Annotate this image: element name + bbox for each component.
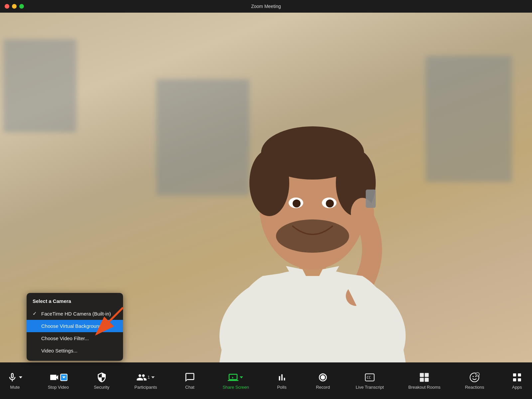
check-icon: ✓ — [33, 311, 39, 317]
polls-icon — [277, 372, 287, 383]
video-camera-icon — [49, 372, 60, 383]
svg-point-4 — [249, 150, 289, 216]
security-icon-area — [96, 372, 107, 383]
titlebar: Zoom Meeting — [0, 0, 532, 13]
svg-point-8 — [293, 200, 301, 207]
svg-rect-24 — [425, 373, 429, 377]
emoji-icon: + — [469, 372, 480, 383]
svg-point-10 — [276, 219, 349, 253]
svg-rect-34 — [513, 378, 516, 381]
bg-decoration-3 — [426, 56, 512, 182]
svg-text:CC: CC — [367, 375, 371, 380]
svg-rect-12 — [366, 190, 376, 208]
svg-rect-26 — [425, 378, 429, 382]
apps-icon-area — [512, 372, 522, 383]
traffic-lights — [5, 4, 24, 9]
mute-chevron-icon[interactable] — [18, 375, 23, 380]
microphone-icon — [7, 372, 18, 383]
polls-label: Polls — [277, 385, 286, 390]
share-screen-chevron-icon[interactable] — [239, 375, 244, 380]
record-icon — [318, 372, 328, 383]
record-label: Record — [316, 385, 330, 390]
svg-marker-18 — [240, 376, 243, 378]
svg-marker-16 — [62, 376, 66, 378]
video-chevron-button[interactable] — [60, 374, 67, 381]
security-label: Security — [94, 385, 109, 390]
mute-label: Mute — [10, 385, 20, 390]
popup-item-video-settings-label: Video Settings... — [41, 348, 77, 353]
participants-button[interactable]: 1 Participants — [131, 369, 160, 392]
svg-line-14 — [96, 308, 123, 334]
participants-label: Participants — [134, 385, 157, 390]
chat-icon — [185, 372, 195, 383]
share-screen-icon — [228, 372, 238, 383]
polls-button[interactable]: Polls — [270, 369, 294, 392]
chat-icon-area — [185, 372, 195, 383]
live-transcript-button[interactable]: CC Live Transcript — [352, 369, 387, 392]
share-screen-button[interactable]: Share Screen — [219, 369, 252, 392]
arrow-pointer — [90, 304, 130, 344]
svg-rect-33 — [518, 373, 521, 376]
polls-icon-area — [277, 372, 287, 383]
svg-marker-17 — [151, 376, 155, 378]
mute-icon-area — [7, 372, 23, 383]
live-transcript-label: Live Transcript — [356, 385, 384, 390]
svg-point-9 — [326, 200, 334, 207]
participants-icon — [136, 372, 147, 383]
participants-count: 1 — [148, 375, 150, 380]
svg-rect-23 — [420, 373, 424, 377]
svg-point-20 — [321, 375, 325, 379]
svg-marker-15 — [19, 376, 22, 378]
breakout-rooms-label: Breakout Rooms — [408, 385, 441, 390]
reactions-icon-area: + — [469, 372, 480, 383]
popup-item-video-filter-label: Choose Video Filter... — [41, 335, 89, 341]
apps-button[interactable]: Apps — [505, 369, 529, 392]
participants-chevron-icon — [151, 375, 155, 380]
chat-button[interactable]: Chat — [178, 369, 201, 392]
apps-label: Apps — [512, 385, 522, 390]
svg-rect-35 — [518, 378, 521, 381]
svg-rect-25 — [420, 378, 424, 382]
svg-rect-32 — [513, 373, 516, 376]
security-button[interactable]: Security — [90, 369, 113, 392]
record-icon-area — [318, 372, 328, 383]
minimize-button[interactable] — [12, 4, 17, 9]
share-screen-icon-area — [228, 372, 244, 383]
svg-point-28 — [473, 376, 474, 377]
window-title: Zoom Meeting — [251, 4, 281, 9]
breakout-rooms-icon-area — [419, 372, 430, 383]
toolbar: Mute Stop Video Security 1 Participants — [0, 362, 532, 399]
svg-text:+: + — [476, 373, 478, 376]
bg-decoration-1 — [3, 39, 76, 132]
popup-item-video-settings[interactable]: Video Settings... — [27, 344, 123, 357]
mute-button[interactable]: Mute — [3, 369, 27, 392]
participants-icon-area: 1 — [136, 372, 155, 383]
participant-video — [196, 63, 429, 362]
stop-video-button[interactable]: Stop Video — [45, 369, 72, 392]
apps-icon — [512, 372, 522, 383]
svg-point-29 — [475, 376, 476, 377]
breakout-rooms-icon — [419, 372, 430, 383]
reactions-button[interactable]: + Reactions — [462, 369, 487, 392]
live-transcript-icon-area: CC — [364, 372, 375, 383]
share-screen-label: Share Screen — [222, 385, 249, 390]
maximize-button[interactable] — [19, 4, 24, 9]
close-button[interactable] — [5, 4, 9, 9]
chat-label: Chat — [185, 385, 194, 390]
live-transcript-icon: CC — [364, 372, 375, 383]
reactions-label: Reactions — [465, 385, 484, 390]
breakout-rooms-button[interactable]: Breakout Rooms — [405, 369, 444, 392]
shield-icon — [96, 372, 107, 383]
record-button[interactable]: Record — [311, 369, 334, 392]
stop-video-label: Stop Video — [48, 385, 69, 390]
stop-video-icon-area — [49, 372, 67, 383]
